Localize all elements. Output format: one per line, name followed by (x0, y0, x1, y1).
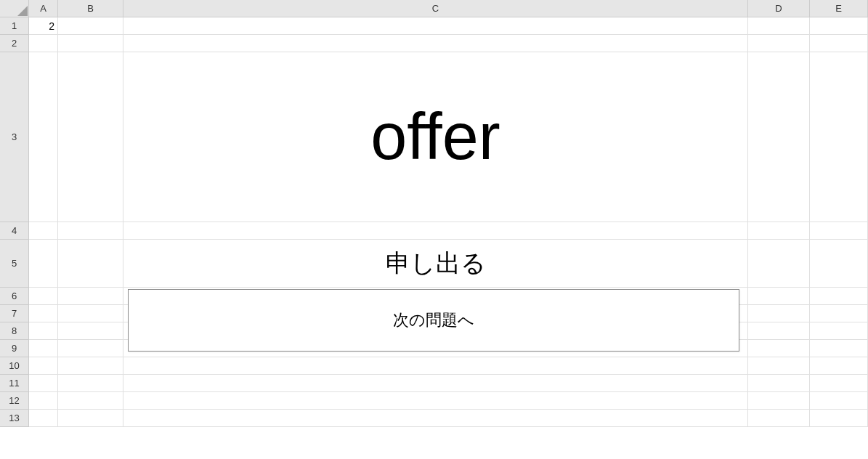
col-header-C[interactable]: C (123, 0, 748, 17)
row-header-2[interactable]: 2 (0, 35, 29, 52)
cell-E11[interactable] (810, 375, 868, 392)
cell-C5[interactable]: 申し出る (123, 240, 748, 288)
cell-E9[interactable] (810, 340, 868, 357)
cell-A11[interactable] (29, 375, 58, 392)
cell-D3[interactable] (748, 52, 810, 222)
spreadsheet-grid: A B C D E 1 2 2 3 offer 4 5 申し出る 6 7 8 (0, 0, 868, 427)
cell-A6[interactable] (29, 288, 58, 305)
cell-D5[interactable] (748, 240, 810, 288)
cell-D2[interactable] (748, 35, 810, 52)
cell-D9[interactable] (748, 340, 810, 357)
word-japanese: 申し出る (386, 247, 486, 280)
cell-B8[interactable] (58, 322, 123, 340)
cell-C3[interactable]: offer (123, 52, 748, 222)
cell-A10[interactable] (29, 357, 58, 375)
cell-B5[interactable] (58, 240, 123, 288)
row-header-4[interactable]: 4 (0, 222, 29, 240)
word-english: offer (370, 99, 500, 174)
cell-A13[interactable] (29, 410, 58, 427)
next-question-label: 次の問題へ (393, 309, 474, 331)
cell-E1[interactable] (810, 17, 868, 35)
cell-C10[interactable] (123, 357, 748, 375)
row-header-9[interactable]: 9 (0, 340, 29, 357)
cell-B10[interactable] (58, 357, 123, 375)
cell-A2[interactable] (29, 35, 58, 52)
cell-D11[interactable] (748, 375, 810, 392)
cell-A12[interactable] (29, 392, 58, 410)
cell-B1[interactable] (58, 17, 123, 35)
cell-D10[interactable] (748, 357, 810, 375)
cell-B9[interactable] (58, 340, 123, 357)
cell-A9[interactable] (29, 340, 58, 357)
cell-D6[interactable] (748, 288, 810, 305)
cell-E3[interactable] (810, 52, 868, 222)
cell-B6[interactable] (58, 288, 123, 305)
cell-E7[interactable] (810, 305, 868, 322)
row-header-1[interactable]: 1 (0, 17, 29, 35)
cell-A8[interactable] (29, 322, 58, 340)
cell-E2[interactable] (810, 35, 868, 52)
cell-C13[interactable] (123, 410, 748, 427)
cell-D4[interactable] (748, 222, 810, 240)
select-all-corner[interactable] (0, 0, 29, 17)
col-header-D[interactable]: D (748, 0, 810, 17)
cell-E8[interactable] (810, 322, 868, 340)
cell-C4[interactable] (123, 222, 748, 240)
cell-B3[interactable] (58, 52, 123, 222)
col-header-E[interactable]: E (810, 0, 868, 17)
row-header-5[interactable]: 5 (0, 240, 29, 288)
cell-D12[interactable] (748, 392, 810, 410)
cell-A3[interactable] (29, 52, 58, 222)
cell-A7[interactable] (29, 305, 58, 322)
cell-E5[interactable] (810, 240, 868, 288)
cell-B7[interactable] (58, 305, 123, 322)
row-header-3[interactable]: 3 (0, 52, 29, 222)
col-header-A[interactable]: A (29, 0, 58, 17)
cell-B13[interactable] (58, 410, 123, 427)
cell-E6[interactable] (810, 288, 868, 305)
row-header-13[interactable]: 13 (0, 410, 29, 427)
row-header-12[interactable]: 12 (0, 392, 29, 410)
cell-E13[interactable] (810, 410, 868, 427)
row-header-7[interactable]: 7 (0, 305, 29, 322)
cell-A1[interactable]: 2 (29, 17, 58, 35)
cell-D8[interactable] (748, 322, 810, 340)
cell-D1[interactable] (748, 17, 810, 35)
cell-C2[interactable] (123, 35, 748, 52)
next-question-button[interactable]: 次の問題へ (128, 289, 739, 352)
col-header-B[interactable]: B (58, 0, 123, 17)
row-header-8[interactable]: 8 (0, 322, 29, 340)
cell-D7[interactable] (748, 305, 810, 322)
cell-B12[interactable] (58, 392, 123, 410)
cell-E12[interactable] (810, 392, 868, 410)
cell-A4[interactable] (29, 222, 58, 240)
cell-C12[interactable] (123, 392, 748, 410)
cell-D13[interactable] (748, 410, 810, 427)
cell-C11[interactable] (123, 375, 748, 392)
cell-E10[interactable] (810, 357, 868, 375)
cell-E4[interactable] (810, 222, 868, 240)
cell-B11[interactable] (58, 375, 123, 392)
row-header-10[interactable]: 10 (0, 357, 29, 375)
cell-B2[interactable] (58, 35, 123, 52)
cell-C1[interactable] (123, 17, 748, 35)
row-header-11[interactable]: 11 (0, 375, 29, 392)
row-header-6[interactable]: 6 (0, 288, 29, 305)
cell-B4[interactable] (58, 222, 123, 240)
cell-A5[interactable] (29, 240, 58, 288)
